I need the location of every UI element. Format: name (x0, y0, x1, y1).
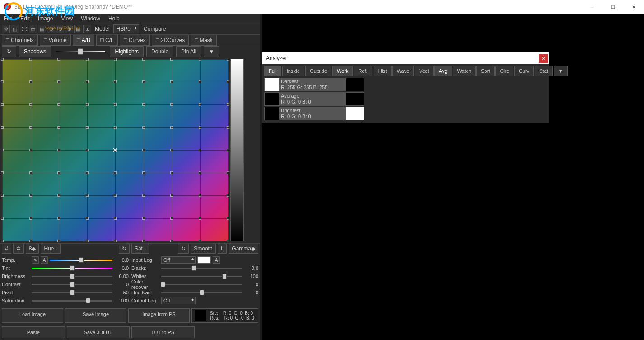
gamma-select[interactable]: Gamma ◆ (229, 244, 258, 254)
double-button[interactable]: Double (146, 46, 173, 57)
image-from-ps-button[interactable]: Image from PS (128, 308, 190, 323)
atab-work[interactable]: Work (332, 66, 353, 76)
menu-help[interactable]: Help (108, 15, 120, 22)
atab-curv[interactable]: Curv (514, 66, 534, 76)
blacks-slider[interactable] (161, 268, 242, 269)
grid-wheel-icon[interactable]: ✲ (13, 244, 24, 254)
tab-ab[interactable]: A/B (73, 35, 94, 46)
inputlog-auto-button[interactable]: A (213, 256, 220, 264)
atab-hist[interactable]: Hist (374, 66, 392, 76)
eyedropper-icon[interactable]: ✎ (32, 256, 39, 264)
darkest-name: Darkest (281, 79, 344, 85)
tint-slider[interactable] (32, 268, 112, 269)
highlights-button[interactable]: Highlights (110, 46, 144, 57)
tab-volume[interactable]: Volume (40, 35, 71, 46)
huetwist-slider[interactable] (161, 292, 242, 293)
tint-label: Tint (2, 265, 30, 271)
save-image-button[interactable]: Save image (65, 308, 126, 323)
marquee-tool-icon[interactable]: ▦ (38, 25, 46, 33)
paste-button[interactable]: Paste (2, 326, 65, 338)
crop-tool-icon[interactable]: ◫ (11, 25, 19, 33)
minimize-button[interactable]: ─ (582, 0, 602, 14)
refresh-button[interactable]: ↻ (2, 46, 16, 57)
grid-size[interactable]: 8 ◆ (26, 244, 39, 254)
brightness-gradient[interactable] (230, 59, 244, 241)
zoom-out-icon[interactable]: ⊖ (47, 25, 55, 33)
atab-full[interactable]: Full (264, 66, 281, 76)
grid-tool-icon[interactable]: ▦ (74, 25, 82, 33)
darkest-rgb: R: 255 G: 255 B: 255 (281, 85, 344, 90)
lut-to-ps-button[interactable]: LUT to PS (131, 326, 195, 338)
compare-button[interactable]: Compare (144, 26, 166, 32)
contrast-value: 0 (114, 282, 129, 287)
inputlog-select[interactable]: Off (161, 256, 196, 264)
atab-wave[interactable]: Wave (392, 66, 414, 76)
select-tool-icon[interactable]: ▭ (29, 25, 37, 33)
temp-auto-button[interactable]: A (41, 256, 48, 264)
atab-sort[interactable]: Sort (476, 66, 495, 76)
save-3dlut-button[interactable]: Save 3DLUT (67, 326, 130, 338)
atab-avg[interactable]: Avg (434, 66, 452, 76)
analyzer-titlebar[interactable]: Analyzer ✕ (262, 52, 549, 64)
left-panel: File Edit Image View Window Help ✥ ◫ ⛶ ▭… (0, 14, 260, 340)
analyzer-close-button[interactable]: ✕ (539, 54, 548, 63)
atab-watch[interactable]: Watch (453, 66, 476, 76)
saturation-slider[interactable] (32, 300, 112, 302)
brightness-slider[interactable] (32, 276, 112, 277)
sat-label[interactable]: Sat - (131, 244, 149, 254)
tone-slider[interactable] (56, 51, 105, 52)
maximize-button[interactable]: ☐ (602, 0, 623, 14)
tab-mask[interactable]: Mask (191, 35, 217, 46)
tab-cl[interactable]: C/L (96, 35, 118, 46)
contrast-slider[interactable] (32, 284, 112, 285)
inputlog-swatch[interactable] (197, 256, 211, 264)
tab-2dcurves[interactable]: 2DCurves (152, 35, 189, 46)
huetwist-label: Hue twist (131, 290, 159, 295)
l-button[interactable]: L (218, 244, 227, 254)
whites-value: 100 (244, 274, 258, 279)
saturation-value: 100 (114, 298, 129, 303)
menu-window[interactable]: Window (81, 15, 100, 22)
analyzer-panel: Analyzer ✕ Full Inside Outside Work Ref.… (262, 52, 549, 123)
brightest-swatch-right (346, 107, 364, 120)
menu-view[interactable]: View (61, 15, 73, 22)
shadows-button[interactable]: Shadows (19, 46, 51, 57)
atab-vect[interactable]: Vect (415, 66, 433, 76)
atab-outside[interactable]: Outside (305, 66, 331, 76)
menu-edit[interactable]: Edit (20, 15, 30, 22)
close-button[interactable]: ✕ (623, 0, 644, 14)
sat-refresh-icon[interactable]: ↻ (178, 244, 189, 254)
model-select[interactable]: HSPe (113, 24, 139, 33)
atab-inside[interactable]: Inside (282, 66, 304, 76)
atab-dropdown-icon[interactable]: ▼ (554, 66, 568, 76)
smooth-button[interactable]: Smooth (191, 244, 215, 254)
color-grid[interactable]: ✕ (2, 59, 229, 241)
zoom-in-icon[interactable]: ⊕ (65, 25, 73, 33)
atab-circ[interactable]: Circ (495, 66, 513, 76)
recover-slider[interactable] (161, 284, 242, 285)
dropdown-button[interactable]: ▼ (204, 46, 219, 57)
recover-label: Color recover (131, 279, 159, 290)
atab-stat[interactable]: Stat (535, 66, 553, 76)
temp-slider[interactable] (50, 260, 112, 261)
whites-slider[interactable] (161, 276, 242, 277)
recover-value: 0 (244, 282, 258, 287)
menu-file[interactable]: File (4, 15, 12, 22)
tab-channels[interactable]: Channels (2, 35, 38, 46)
pivot-slider[interactable] (32, 292, 112, 293)
menu-image[interactable]: Image (38, 15, 53, 22)
tab-curves[interactable]: Curves (120, 35, 150, 46)
zoom-fit-icon[interactable]: ⊙ (56, 25, 64, 33)
outputlog-select[interactable]: Off (161, 297, 196, 304)
src-res-info: Src: R: 0 G: 0 B: 0 Res: R: 0 G: 0 B: 0 (191, 308, 258, 323)
pinall-button[interactable]: Pin All (176, 46, 201, 57)
hue-refresh-icon[interactable]: ↻ (119, 244, 130, 254)
atab-ref[interactable]: Ref. (354, 66, 372, 76)
grid-hash-icon[interactable]: # (2, 244, 11, 254)
layout-tool-icon[interactable]: ⊞ (83, 25, 91, 33)
move-tool-icon[interactable]: ✥ (2, 25, 10, 33)
hue-label[interactable]: Hue - (41, 244, 60, 254)
brightest-rgb: R: 0 G: 0 B: 0 (281, 113, 344, 119)
fit-tool-icon[interactable]: ⛶ (20, 25, 28, 33)
load-image-button[interactable]: Load Image (2, 308, 63, 323)
